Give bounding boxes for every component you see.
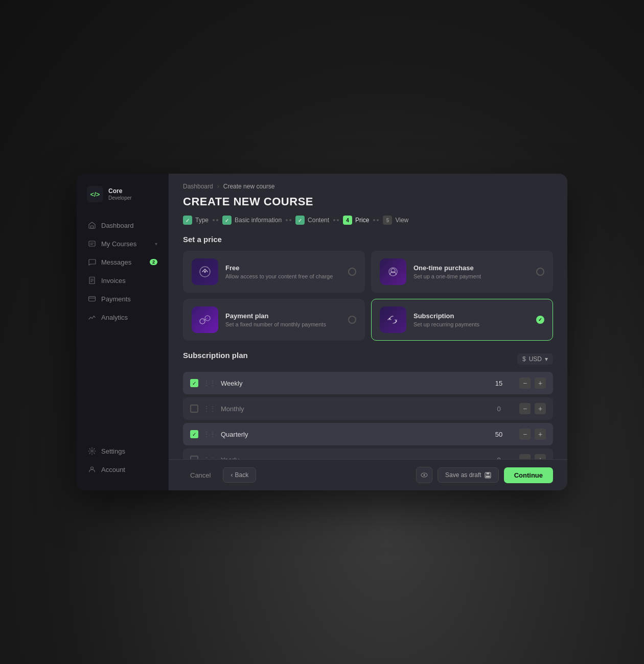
quarterly-drag-handle[interactable]: ⋮⋮ [203,431,216,438]
subscription-row-quarterly: ✓ ⋮⋮ Quarterly 50 − + [183,423,553,445]
nav-menu: Dashboard My Courses ▾ Messages 2 [77,217,169,442]
settings-icon [88,447,96,455]
weekly-value: 15 [484,380,514,387]
svg-rect-1 [89,241,95,246]
sidebar-item-settings[interactable]: Settings [82,442,164,460]
quarterly-increment[interactable]: + [535,429,546,440]
sidebar-item-label: Analytics [101,314,128,321]
step-dots-1 [213,219,218,221]
subscription-row-weekly: ✓ ⋮⋮ Weekly 15 − + [183,372,553,394]
bottom-bar: Cancel ‹ Back Save as draft Co [169,459,567,490]
steps-indicator: ✓ Type ✓ Basic information ✓ Content [183,216,553,225]
app-window: </> Core Developer Dashboard My Cou [77,174,567,490]
subscription-radio[interactable] [536,316,544,324]
weekly-drag-handle[interactable]: ⋮⋮ [203,380,216,387]
payment-plan-card-info: Payment plan Set a fixed number of month… [225,312,341,327]
continue-button[interactable]: Continue [504,467,553,483]
free-radio[interactable] [348,268,356,276]
step-check-icon: ✓ [222,216,232,225]
preview-button[interactable] [416,467,432,483]
logo-area: </> Core Developer [77,186,169,217]
sidebar-item-account[interactable]: Account [82,461,164,478]
quarterly-value: 50 [484,431,514,438]
weekly-checkbox[interactable]: ✓ [190,379,198,387]
content-area: Set a price Free Allow access to your co… [169,235,567,459]
sidebar-item-dashboard[interactable]: Dashboard [82,217,164,234]
step-label: Price [355,217,369,224]
weekly-increment[interactable]: + [535,377,546,389]
subscription-card-desc: Set up recurring payments [413,321,529,327]
yearly-controls: − + [519,454,546,459]
price-option-free[interactable]: Free Allow access to your content free o… [183,251,365,293]
monthly-decrement[interactable]: − [519,403,531,414]
subscription-plan-title: Subscription plan [183,351,248,360]
brand-name: Core [108,187,132,195]
sidebar-item-my-courses[interactable]: My Courses ▾ [82,235,164,252]
payment-plan-radio[interactable] [348,316,356,324]
quarterly-checkbox[interactable]: ✓ [190,430,198,438]
breadcrumb: Dashboard › Create new course [183,183,553,190]
svg-rect-16 [486,476,490,478]
topbar: Dashboard › Create new course CREATE NEW… [169,174,567,235]
onetime-card-desc: Set up a one-time payment [413,273,529,279]
yearly-checkbox[interactable] [190,456,198,459]
subscription-plan-header: Subscription plan $ USD ▾ [183,351,553,367]
brand-sub: Developer [108,195,132,201]
currency-chevron: ▾ [545,355,548,363]
svg-rect-3 [89,297,96,301]
sidebar-item-payments[interactable]: Payments [82,290,164,307]
sidebar-item-label: Dashboard [101,222,134,229]
analytics-icon [88,313,96,321]
subscription-rows: ✓ ⋮⋮ Weekly 15 − + ⋮⋮ Monthly [183,372,553,459]
weekly-controls: − + [519,377,546,389]
free-icon [192,258,218,285]
message-icon [88,258,96,266]
step-price: 4 Price [343,216,369,225]
logo-icon: </> [87,186,103,202]
sidebar-item-invoices[interactable]: Invoices [82,272,164,289]
step-check-icon: ✓ [183,216,192,225]
yearly-decrement[interactable]: − [519,454,531,459]
weekly-label: Weekly [221,380,478,387]
page-title: CREATE NEW COURSE [183,195,553,208]
monthly-label: Monthly [221,405,478,413]
breadcrumb-sep: › [217,183,219,190]
step-label: Basic information [235,217,282,224]
sidebar-item-label: Settings [101,447,125,455]
breadcrumb-parent[interactable]: Dashboard [183,183,213,190]
chevron-down-icon: ▾ [155,241,157,247]
payment-plan-card-title: Payment plan [225,312,341,320]
price-option-subscription[interactable]: Subscription Set up recurring payments [371,299,553,341]
sidebar-item-messages[interactable]: Messages 2 [82,253,164,271]
sidebar-item-analytics[interactable]: Analytics [82,309,164,326]
monthly-checkbox[interactable] [190,405,198,413]
sidebar-item-label: My Courses [101,240,136,248]
price-options: Free Allow access to your content free o… [183,251,553,341]
quarterly-controls: − + [519,429,546,440]
yearly-increment[interactable]: + [535,454,546,459]
logo-text: Core Developer [108,187,132,200]
monthly-increment[interactable]: + [535,403,546,414]
currency-selector[interactable]: $ USD ▾ [517,353,553,365]
monthly-drag-handle[interactable]: ⋮⋮ [203,405,216,412]
step-number-inactive: 5 [383,216,392,225]
subscription-card-info: Subscription Set up recurring payments [413,312,529,327]
cancel-button[interactable]: Cancel [183,467,218,483]
save-draft-label: Save as draft [445,471,481,479]
quarterly-decrement[interactable]: − [519,429,531,440]
breadcrumb-current: Create new course [223,183,275,190]
svg-point-5 [91,467,94,469]
price-option-onetime[interactable]: One-time purchase Set up a one-time paym… [371,251,553,293]
main-content: Dashboard › Create new course CREATE NEW… [169,174,567,490]
account-icon [88,465,96,473]
home-icon [88,221,96,229]
weekly-decrement[interactable]: − [519,377,531,389]
sidebar-item-label: Invoices [101,277,126,284]
svg-point-7 [204,271,206,273]
back-button[interactable]: ‹ Back [223,467,256,483]
onetime-radio[interactable] [536,268,544,276]
price-option-payment-plan[interactable]: Payment plan Set a fixed number of month… [183,299,365,341]
step-label: Type [195,217,209,224]
save-draft-button[interactable]: Save as draft [438,467,499,483]
step-view: 5 View [383,216,408,225]
